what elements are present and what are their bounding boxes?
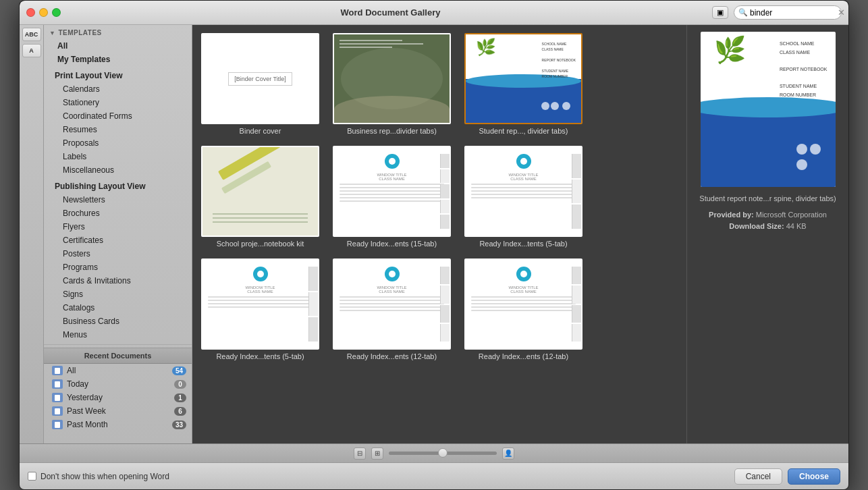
sidebar-item-signs[interactable]: Signs (44, 288, 192, 301)
sidebar-item-certificates[interactable]: Certificates (44, 234, 192, 247)
sidebar-item-brochures[interactable]: Brochures (44, 207, 192, 220)
index-tabs-5b (308, 267, 318, 342)
template-item-ready-index-5a[interactable]: WINDOW TITLECLASS NAME Ready Index...ten… (461, 146, 586, 248)
sidebar-item-labels[interactable]: Labels (44, 150, 192, 163)
template-label-business-rep: Business rep...divider tabs) (347, 127, 437, 135)
font-a-button[interactable]: A (22, 44, 41, 57)
minimize-button[interactable] (39, 8, 48, 17)
school-thumb-inner (202, 147, 318, 236)
size-label: Download Size: (729, 222, 784, 230)
template-item-ready-index-15[interactable]: WINDOW TITLECLASS NAME Ready Index...e (329, 146, 454, 248)
search-input[interactable] (750, 8, 838, 18)
recent-icon-yesterday (52, 393, 63, 402)
template-item-ready-index-5b[interactable]: WINDOW TITLECLASS NAME Ready Index...ten… (198, 258, 323, 360)
sidebar-item-programs[interactable]: Programs (44, 261, 192, 274)
template-item-ready-index-12b[interactable]: WINDOW TITLECLASS NAME Ready Index...e (461, 258, 586, 360)
recent-item-all[interactable]: All 54 (44, 364, 192, 377)
close-button[interactable] (26, 8, 35, 17)
recent-item-past-week[interactable]: Past Week 6 (44, 404, 192, 418)
sidebar-item-calendars[interactable]: Calendars (44, 82, 192, 96)
recent-badge-today: 0 (174, 380, 186, 389)
recent-item-yesterday[interactable]: Yesterday 1 (44, 391, 192, 404)
zoom-person-button[interactable]: 👤 (502, 447, 514, 460)
binder-thumb-inner: [Binder Cover Title] (202, 34, 318, 123)
sidebar-item-cards-invitations[interactable]: Cards & Invitations (44, 274, 192, 288)
student-text-lines: SCHOOL NAMECLASS NAMEREPORT NOTEBOOKSTUD… (542, 41, 576, 79)
template-label-ready-index-5b: Ready Index...tents (5-tab) (216, 352, 304, 360)
binder-cover-text: [Binder Cover Title] (228, 72, 292, 86)
sidebar-item-publishing-layout[interactable]: Publishing Layout View (44, 180, 192, 193)
recent-docs-header: Recent Documents (44, 348, 192, 364)
zoom-slider-thumb[interactable] (438, 448, 447, 458)
provider-label: Provided by: (709, 211, 754, 219)
recent-item-today[interactable]: Today 0 (44, 377, 192, 391)
recent-icon-past-week (52, 406, 63, 416)
maximize-button[interactable] (52, 8, 61, 17)
word-document-gallery-window: Word Document Gallery ▣ 🔍 ✕ ABC A ▼ TEMP… (19, 0, 849, 490)
recent-label-all: All (67, 366, 76, 375)
slider-area: ⊟ ⊞ 👤 (25, 447, 843, 460)
template-item-binder-cover[interactable]: [Binder Cover Title] Binder cover (198, 33, 323, 135)
index-thumb-12b: WINDOW TITLECLASS NAME (466, 260, 581, 348)
zoom-slider-track[interactable] (389, 452, 497, 455)
templates-section-header: ▼ TEMPLATES (44, 25, 192, 39)
sidebar-item-coordinated-forms[interactable]: Coordinated Forms (44, 109, 192, 123)
cancel-button[interactable]: Cancel (734, 468, 782, 485)
template-item-business-rep[interactable]: Business rep...divider tabs) (329, 33, 454, 135)
template-item-ready-index-12a[interactable]: WINDOW TITLECLASS NAME Ready Index...e (329, 258, 454, 360)
dont-show-checkbox-label[interactable]: Don't show this when opening Word (28, 472, 169, 481)
sidebar-item-menus[interactable]: Menus (44, 328, 192, 342)
font-abc-button[interactable]: ABC (22, 28, 41, 41)
template-item-school-project[interactable]: School proje...notebook kit (198, 146, 323, 248)
dont-show-label: Don't show this when opening Word (40, 472, 169, 481)
template-thumb-ready-index-5a: WINDOW TITLECLASS NAME (464, 146, 582, 237)
recent-icon-past-month (52, 420, 63, 429)
sidebar-item-all[interactable]: All (44, 39, 192, 53)
sidebar-item-print-layout[interactable]: Print Layout View (44, 69, 192, 82)
preview-title: Student report note...r spine, divider t… (699, 194, 836, 204)
template-item-student-rep[interactable]: SCHOOL NAMECLASS NAMEREPORT NOTEBOOKSTUD… (461, 33, 586, 135)
index-tabs-15 (440, 154, 450, 229)
template-label-student-rep: Student rep..., divider tabs) (479, 127, 568, 135)
sidebar-item-stationery[interactable]: Stationery (44, 96, 192, 109)
size-value: 44 KB (786, 222, 807, 230)
sidebar-item-catalogs[interactable]: Catalogs (44, 301, 192, 315)
recent-label-past-week: Past Week (67, 406, 106, 416)
index-logo-12b (516, 267, 531, 281)
titlebar-controls: ▣ 🔍 ✕ (712, 5, 842, 20)
search-clear-icon[interactable]: ✕ (838, 7, 845, 18)
sidebar-item-proposals[interactable]: Proposals (44, 136, 192, 150)
index-lines-12a (340, 296, 444, 343)
index-logo-5a (516, 154, 531, 169)
template-thumb-ready-index-12b: WINDOW TITLECLASS NAME (464, 258, 582, 350)
sidebar-separator (44, 344, 192, 345)
sidebar-item-flyers[interactable]: Flyers (44, 220, 192, 234)
view-toggle-button[interactable]: ▣ (712, 6, 728, 19)
preview-pane: SCHOOL NAMECLASS NAMEREPORT NOTEBOOKSTUD… (686, 25, 848, 443)
traffic-lights (26, 8, 61, 17)
bottom-bar: Don't show this when opening Word Cancel… (20, 462, 848, 489)
template-thumb-business-rep (333, 33, 451, 124)
dont-show-checkbox[interactable] (28, 472, 36, 481)
zoom-out-button[interactable]: ⊟ (354, 447, 366, 460)
recent-item-past-month[interactable]: Past Month 33 (44, 418, 192, 431)
index-thumb-5b: WINDOW TITLECLASS NAME (202, 260, 318, 348)
index-lines-5a (471, 184, 576, 230)
sidebar-item-resumes[interactable]: Resumes (44, 123, 192, 136)
sidebar-item-posters[interactable]: Posters (44, 247, 192, 261)
template-label-ready-index-12a: Ready Index...ents (12-tab) (347, 352, 437, 360)
zoom-grid-button[interactable]: ⊞ (371, 447, 383, 460)
sidebar-item-miscellaneous[interactable]: Miscellaneous (44, 163, 192, 177)
choose-button[interactable]: Choose (788, 468, 840, 485)
index-thumb-5a: WINDOW TITLECLASS NAME (466, 147, 581, 236)
sidebar-item-business-cards[interactable]: Business Cards (44, 315, 192, 328)
recent-label-today: Today (67, 379, 88, 389)
index-lines-12b (471, 296, 576, 343)
preview-large-thumb: SCHOOL NAMECLASS NAMEREPORT NOTEBOOKSTUD… (701, 32, 836, 187)
toolbar-left: ABC A (20, 25, 44, 443)
sidebar-item-newsletters[interactable]: Newsletters (44, 193, 192, 207)
index-lines-15 (340, 184, 444, 230)
index-tabs-5a (572, 154, 581, 229)
sidebar-item-my-templates[interactable]: My Templates (44, 53, 192, 66)
index-thumb-12a: WINDOW TITLECLASS NAME (334, 260, 450, 348)
